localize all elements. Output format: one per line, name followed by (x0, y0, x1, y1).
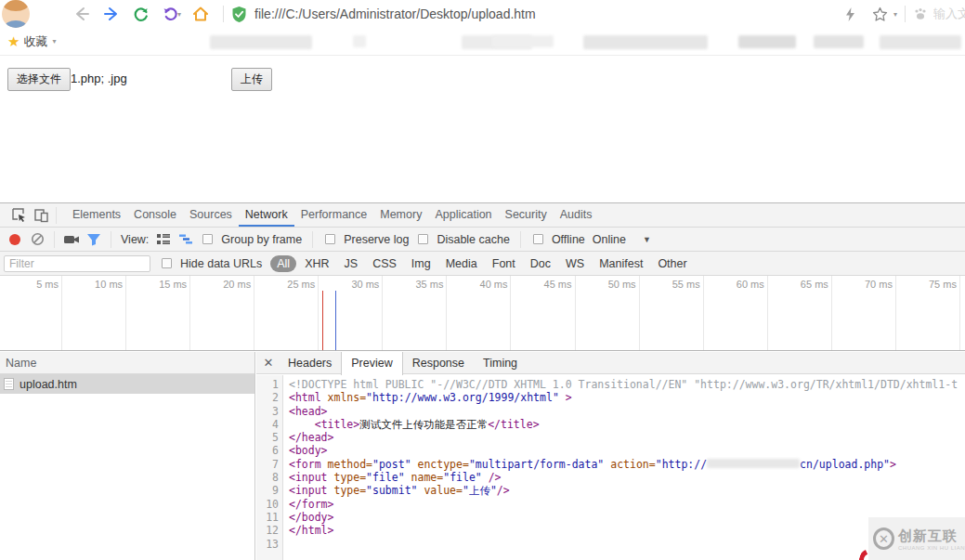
filter-type-all[interactable]: All (270, 255, 296, 272)
timeline-event-line (322, 291, 323, 350)
code-line: 2<html xmlns="http://www.w3.org/1999/xht… (256, 391, 965, 404)
code-token: method= (328, 458, 372, 471)
code-line: 3<head> (256, 405, 965, 418)
devtools-tab-security[interactable]: Security (499, 203, 554, 227)
star-dropdown-caret[interactable]: ▾ (893, 10, 897, 19)
throttling-select[interactable]: Online (593, 233, 626, 246)
code-text: </body> (283, 511, 333, 524)
devtools-tab-elements[interactable]: Elements (66, 203, 127, 227)
detail-tab-headers[interactable]: Headers (279, 352, 341, 374)
devtools-tab-memory[interactable]: Memory (373, 203, 428, 227)
redacted-bookmark-item[interactable] (353, 35, 366, 47)
devtools-tab-sources[interactable]: Sources (183, 203, 239, 227)
line-number: 7 (256, 458, 283, 471)
inspect-element-button[interactable] (7, 205, 30, 226)
preview-code-area[interactable]: 1<!DOCTYPE html PUBLIC "-//W3C//DTD XHTM… (256, 375, 965, 560)
search-hint-text[interactable]: 输入文 (933, 6, 965, 22)
filter-type-other[interactable]: Other (651, 255, 693, 272)
selected-file-name: 1.php; .jpg (71, 72, 127, 85)
code-line: 5</head> (256, 431, 965, 444)
undo-button[interactable]: ▾ (159, 2, 183, 26)
detail-tab-preview[interactable]: Preview (341, 352, 402, 375)
refresh-button[interactable] (129, 2, 153, 26)
choose-file-button[interactable]: 选择文件 (7, 68, 71, 91)
clear-button[interactable] (26, 229, 48, 250)
code-text: <form method="post" enctype="multipart/f… (283, 458, 896, 471)
group-by-frame-label: Group by frame (221, 233, 302, 246)
undo-dropdown-caret[interactable]: ▾ (177, 10, 181, 19)
redacted-bookmark-item[interactable] (880, 35, 961, 49)
upload-button[interactable]: 上传 (231, 68, 272, 91)
use-large-rows-button[interactable] (152, 229, 175, 250)
filter-type-img[interactable]: Img (405, 255, 437, 272)
code-token: "file" (443, 471, 482, 484)
favorites-label: 收藏 (23, 33, 47, 50)
filter-type-font[interactable]: Font (486, 255, 522, 272)
code-token: <head> (289, 405, 328, 418)
back-button[interactable] (70, 2, 94, 26)
preserve-log-checkbox[interactable] (325, 234, 335, 244)
devtools-tab-console[interactable]: Console (127, 203, 183, 227)
filter-type-js[interactable]: JS (338, 255, 365, 272)
filter-toggle-button[interactable] (83, 229, 105, 250)
favorites-dropdown-caret[interactable]: ▾ (52, 37, 56, 46)
devtools-tab-audits[interactable]: Audits (554, 203, 599, 227)
record-button[interactable] (4, 229, 26, 250)
paw-search-icon[interactable] (913, 7, 928, 21)
close-detail-button[interactable]: ✕ (258, 356, 279, 370)
code-text: <!DOCTYPE html PUBLIC "-//W3C//DTD XHTML… (283, 378, 958, 391)
hide-data-urls-checkbox[interactable] (162, 258, 172, 268)
redacted-bookmark-item[interactable] (583, 35, 708, 49)
capture-screenshots-button[interactable] (60, 229, 83, 250)
url-text[interactable]: file:///C:/Users/Administrator/Desktop/u… (254, 7, 536, 21)
filter-type-manifest[interactable]: Manifest (593, 255, 649, 272)
timeline-tick-label: 40 ms (437, 279, 507, 290)
redacted-bookmark-item[interactable] (814, 35, 864, 48)
group-by-frame-checkbox[interactable] (202, 234, 213, 244)
detail-tab-response[interactable]: Response (403, 352, 474, 374)
detail-tab-timing[interactable]: Timing (474, 352, 527, 374)
line-number: 6 (256, 444, 283, 457)
device-toolbar-button[interactable] (30, 205, 52, 226)
filter-type-css[interactable]: CSS (366, 255, 403, 272)
line-number: 4 (256, 418, 283, 431)
timeline-tick-label: 60 ms (694, 279, 764, 290)
filter-input[interactable] (4, 255, 150, 272)
devtools-tab-performance[interactable]: Performance (294, 203, 374, 227)
code-token: action= (610, 458, 655, 471)
line-number: 1 (256, 378, 283, 391)
avatar-hair (3, 0, 29, 11)
redacted-bookmark-item[interactable] (210, 35, 312, 49)
devtools-tab-network[interactable]: Network (239, 203, 294, 227)
redacted-bookmark-item[interactable] (738, 35, 796, 48)
bookmark-star-button[interactable] (868, 2, 893, 26)
address-bar[interactable]: file:///C:/Users/Administrator/Desktop/u… (231, 6, 836, 23)
name-column-header[interactable]: Name (0, 352, 254, 374)
offline-checkbox[interactable] (533, 234, 543, 244)
extensions-lightning-button[interactable] (839, 2, 863, 26)
favorites-button[interactable]: ★ 收藏 ▾ (7, 33, 56, 50)
redacted-bookmark-item[interactable] (492, 35, 554, 47)
refresh-icon (132, 5, 150, 23)
detail-tab-bar: ✕ HeadersPreviewResponseTiming (256, 352, 965, 374)
filter-type-ws[interactable]: WS (559, 255, 591, 272)
code-text (283, 538, 289, 551)
disable-cache-checkbox[interactable] (418, 234, 428, 244)
timeline-tick-label: 5 ms (0, 279, 59, 290)
network-filter-bar: Hide data URLs AllXHRJSCSSImgMediaFontDo… (0, 252, 965, 276)
user-avatar[interactable] (2, 0, 30, 28)
devtools-left-icons (7, 205, 60, 226)
show-overview-button[interactable] (175, 229, 197, 250)
home-button[interactable] (189, 2, 213, 26)
filter-type-media[interactable]: Media (439, 255, 484, 272)
throttling-dropdown-caret[interactable]: ▼ (643, 235, 651, 244)
code-token: name= (411, 471, 444, 484)
network-overview-timeline[interactable]: 5 ms10 ms15 ms20 ms25 ms30 ms35 ms40 ms4… (0, 276, 965, 351)
devtools-tab-application[interactable]: Application (428, 203, 498, 227)
home-icon (191, 5, 210, 23)
filter-type-xhr[interactable]: XHR (298, 255, 335, 272)
forward-button[interactable] (99, 2, 124, 26)
filter-type-doc[interactable]: Doc (524, 255, 557, 272)
request-name: upload.htm (20, 378, 77, 391)
request-row[interactable]: upload.htm (0, 374, 254, 394)
